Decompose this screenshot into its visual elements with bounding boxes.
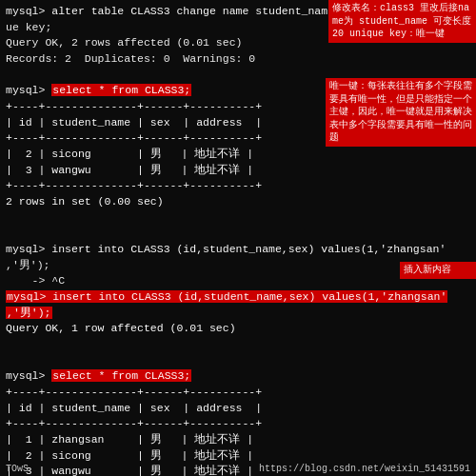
- line-11: | 3 | wangwu | 男 | 地址不详 |: [6, 163, 470, 179]
- prompt-6: mysql>: [6, 84, 51, 96]
- line-16: mysql> insert into CLASS3 (id,student_na…: [6, 242, 470, 258]
- line-12: +----+--------------+------+----------+: [6, 178, 470, 194]
- line-21: Query OK, 1 row affected (0.01 sec): [6, 321, 470, 337]
- line-23: [6, 353, 470, 369]
- line-29: | 2 | sicong | 男 | 地址不详 |: [6, 448, 470, 465]
- prompt-1: mysql>: [6, 5, 51, 17]
- line-10: | 2 | sicong | 男 | 地址不详 |: [6, 147, 470, 163]
- prompt-16: mysql>: [6, 243, 51, 255]
- line-20: ,'男');: [6, 306, 470, 322]
- cmd-20: ,'男');: [6, 307, 52, 319]
- cmd-6: select * from CLASS3;: [51, 84, 191, 96]
- cmd-16: insert into CLASS3 (id,student_name,sex)…: [51, 243, 446, 255]
- terminal: mysql> alter table CLASS3 change name st…: [0, 0, 476, 476]
- annotation-1: 修改表名：class3 里改后接name为 student_name 可变长度 …: [328, 0, 476, 43]
- line-25: +----+--------------+------+----------+: [6, 385, 470, 401]
- line-22: [6, 337, 470, 353]
- line-26: | id | student_name | sex | address |: [6, 401, 470, 417]
- line-24: mysql> select * from CLASS3;: [6, 368, 470, 385]
- line-4: Records: 2 Duplicates: 0 Warnings: 0: [6, 51, 470, 68]
- cmd-24: select * from CLASS3;: [51, 369, 191, 382]
- line-13: 2 rows in set (0.00 sec): [6, 194, 470, 210]
- footer-url: https://blog.csdn.net/weixin_51431591: [259, 464, 470, 474]
- line-14: [6, 210, 470, 227]
- line-28: | 1 | zhangsan | 男 | 地址不详 |: [6, 432, 470, 448]
- annotation-2: 唯一键：每张表往往有多个字段需要具有唯一性，但是只能指定一个主键，因此，唯一键就…: [326, 78, 476, 147]
- prompt-24: mysql>: [6, 369, 51, 382]
- line-27: +----+--------------+------+----------+: [6, 416, 470, 432]
- cmd-19: mysql> insert into CLASS3 (id,student_na…: [6, 290, 447, 303]
- line-19: mysql> insert into CLASS3 (id,student_na…: [6, 289, 470, 306]
- line-15: [6, 226, 470, 242]
- footer-label: TOwS: [6, 464, 29, 474]
- annotation-3: 插入新内容: [400, 262, 476, 279]
